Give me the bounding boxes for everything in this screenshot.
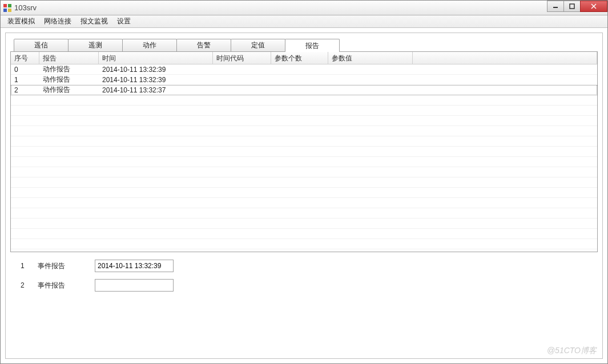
- empty-row: [11, 208, 597, 219]
- empty-row: [11, 219, 597, 229]
- th-time[interactable]: 时间: [99, 52, 213, 64]
- app-window: 103srv 装置模拟 网络连接 报文监视 设置 遥信 遥测 动作: [0, 0, 608, 364]
- event-time-input-2[interactable]: [95, 279, 174, 292]
- cell-paramcount: [271, 79, 328, 80]
- table-row[interactable]: 2 动作报告 2014-10-11 13:32:37: [11, 85, 597, 95]
- empty-row: [11, 106, 597, 116]
- watermark: @51CTO博客: [547, 346, 597, 356]
- cell-paramval: [328, 69, 413, 70]
- event-time-input-1[interactable]: [95, 260, 174, 272]
- th-extra[interactable]: [413, 52, 597, 64]
- event-row: 1 事件报告: [21, 259, 598, 273]
- cell-time: 2014-10-11 13:32:39: [99, 65, 213, 74]
- cell-seq: 1: [11, 75, 39, 84]
- svg-rect-3: [8, 9, 11, 12]
- cell-timecode: [213, 90, 271, 91]
- empty-row: [11, 95, 597, 106]
- cell-seq: 0: [11, 65, 39, 74]
- menu-item-network[interactable]: 网络连接: [39, 15, 76, 27]
- cell-timecode: [213, 69, 271, 70]
- empty-row: [11, 239, 597, 249]
- th-seq[interactable]: 序号: [11, 52, 39, 64]
- cell-report: 动作报告: [39, 64, 99, 75]
- empty-row: [11, 126, 597, 136]
- event-section: 1 事件报告 2 事件报告: [10, 259, 598, 298]
- empty-row: [11, 198, 597, 208]
- minimize-button[interactable]: [547, 1, 564, 12]
- titlebar: 103srv: [1, 1, 607, 15]
- cell-report: 动作报告: [39, 74, 99, 85]
- tab-yaoxin[interactable]: 遥信: [14, 39, 69, 51]
- tab-baogao[interactable]: 报告: [285, 39, 340, 52]
- tab-strip: 遥信 遥测 动作 告警 定值 报告: [14, 39, 598, 51]
- maximize-button[interactable]: [563, 1, 581, 12]
- close-button[interactable]: [580, 1, 607, 12]
- empty-row: [11, 177, 597, 188]
- event-label: 事件报告: [38, 261, 95, 271]
- empty-row: [11, 116, 597, 126]
- empty-row: [11, 147, 597, 157]
- event-num: 1: [21, 262, 38, 270]
- empty-row: [11, 136, 597, 147]
- cell-extra: [413, 90, 597, 91]
- cell-paramval: [328, 90, 413, 91]
- table-row[interactable]: 1 动作报告 2014-10-11 13:32:39: [11, 75, 597, 85]
- event-label: 事件报告: [38, 281, 95, 290]
- app-icon: [3, 3, 12, 13]
- th-report[interactable]: 报告: [39, 52, 99, 64]
- th-timecode[interactable]: 时间代码: [213, 52, 271, 64]
- cell-paramcount: [271, 90, 328, 91]
- table-body[interactable]: 0 动作报告 2014-10-11 13:32:39 1 动作报告 2014-1…: [11, 64, 597, 252]
- event-row: 2 事件报告: [21, 278, 598, 292]
- tab-yaoce[interactable]: 遥测: [68, 39, 123, 51]
- window-controls: [547, 1, 607, 12]
- svg-rect-1: [8, 4, 11, 7]
- cell-time: 2014-10-11 13:32:37: [99, 86, 213, 95]
- report-table: 序号 报告 时间 时间代码 参数个数 参数值 0 动作报告 2014-10-11…: [10, 51, 598, 252]
- inner-panel: 遥信 遥测 动作 告警 定值 报告 序号 报告 时间 时间代码 参数个数 参数值: [5, 33, 603, 359]
- table-row[interactable]: 0 动作报告 2014-10-11 13:32:39: [11, 64, 597, 75]
- menubar: 装置模拟 网络连接 报文监视 设置: [1, 15, 607, 28]
- svg-rect-0: [3, 4, 7, 7]
- empty-row: [11, 188, 597, 198]
- cell-timecode: [213, 79, 271, 80]
- menu-item-monitor[interactable]: 报文监视: [76, 15, 112, 27]
- svg-rect-5: [570, 4, 574, 9]
- svg-rect-2: [3, 9, 7, 12]
- cell-paramcount: [271, 69, 328, 70]
- menu-item-device-sim[interactable]: 装置模拟: [3, 15, 39, 27]
- empty-row: [11, 167, 597, 177]
- th-paramval[interactable]: 参数值: [328, 52, 413, 64]
- window-title: 103srv: [14, 3, 37, 12]
- cell-paramval: [328, 79, 413, 80]
- empty-row: [11, 157, 597, 167]
- cell-extra: [413, 79, 597, 80]
- tab-gaojing[interactable]: 告警: [176, 39, 231, 51]
- content-area: 遥信 遥测 动作 告警 定值 报告 序号 报告 时间 时间代码 参数个数 参数值: [1, 28, 607, 363]
- tab-dingzhi[interactable]: 定值: [231, 39, 285, 51]
- th-paramcount[interactable]: 参数个数: [271, 52, 328, 64]
- event-num: 2: [21, 281, 38, 289]
- menu-item-settings[interactable]: 设置: [112, 15, 135, 27]
- tab-dongzuo[interactable]: 动作: [122, 39, 177, 51]
- table-header: 序号 报告 时间 时间代码 参数个数 参数值: [11, 52, 597, 64]
- cell-report: 动作报告: [39, 84, 99, 95]
- cell-time: 2014-10-11 13:32:39: [99, 75, 213, 84]
- cell-seq: 2: [11, 86, 39, 95]
- empty-row: [11, 229, 597, 239]
- cell-extra: [413, 69, 597, 70]
